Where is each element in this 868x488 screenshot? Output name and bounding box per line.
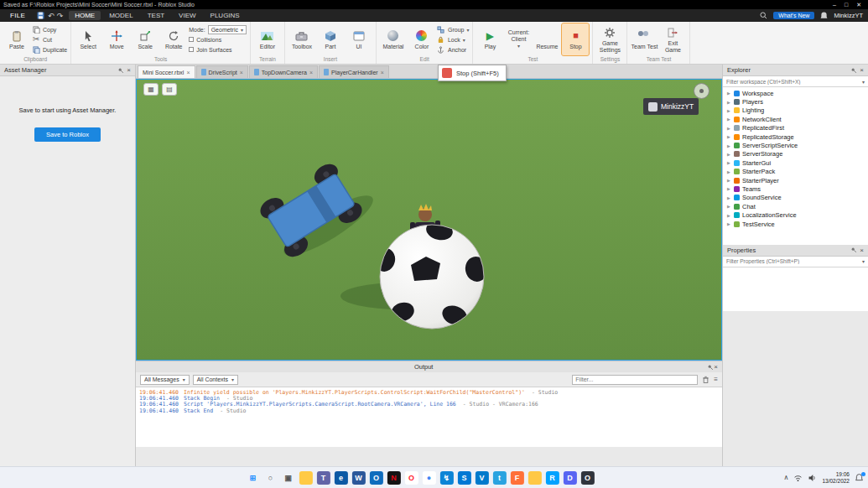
minimize-button[interactable]: – [833, 2, 836, 8]
save-to-roblox-button[interactable]: Save to Roblox [34, 127, 101, 142]
discord-icon[interactable]: D [563, 471, 576, 485]
word-icon[interactable]: W [351, 471, 365, 485]
explorer-tree-item[interactable]: ▶ StarterPack [723, 168, 868, 176]
properties-filter-input[interactable] [726, 258, 860, 264]
wifi-icon[interactable] [793, 474, 803, 482]
stop-button[interactable]: ■ Stop [562, 23, 589, 55]
resume-button[interactable]: Resume [533, 23, 560, 55]
explorer-filter-input[interactable] [726, 79, 860, 85]
expand-arrow-icon[interactable]: ▶ [726, 178, 731, 183]
lightning-icon[interactable]: ↯ [439, 471, 453, 485]
close-button[interactable]: ✕ [856, 2, 861, 8]
pin-icon[interactable] [707, 364, 714, 371]
explorer-tree-item[interactable]: ▶ Lighting [723, 106, 868, 115]
expand-arrow-icon[interactable]: ▶ [726, 152, 731, 157]
collisions-toggle[interactable]: Collisions [189, 35, 247, 44]
task-view-icon[interactable]: ▣ [281, 471, 294, 485]
notification-bell-icon[interactable] [819, 11, 829, 20]
undo-icon[interactable]: ↶ [48, 13, 55, 19]
explorer-tree[interactable]: ▶ Workspace ▶ Players ▶ Lighting [723, 87, 868, 245]
expand-arrow-icon[interactable]: ▶ [726, 91, 731, 96]
taskbar-clock[interactable]: 19:06 13/02/2022 [822, 471, 850, 484]
tab-test[interactable]: TEST [142, 11, 170, 20]
color-button[interactable]: Color [408, 23, 435, 55]
tab-view[interactable]: VIEW [173, 11, 201, 20]
ui-button[interactable]: UI [346, 23, 372, 55]
explorer-tree-item[interactable]: ▶ Teams [723, 184, 868, 193]
expand-arrow-icon[interactable]: ▶ [726, 134, 731, 139]
volume-icon[interactable] [808, 474, 817, 482]
tab-drivescript[interactable]: DriveScript × [196, 65, 248, 78]
expand-arrow-icon[interactable]: ▶ [726, 117, 731, 122]
search-icon[interactable]: ○ [263, 471, 277, 485]
scale-button[interactable]: Scale [132, 23, 159, 55]
select-button[interactable]: Select [75, 23, 101, 55]
netflix-icon[interactable]: N [387, 471, 400, 485]
tab-home[interactable]: HOME [69, 11, 101, 20]
explorer-tree-item[interactable]: ▶ ReplicatedFirst [723, 124, 868, 132]
search-icon[interactable] [759, 11, 768, 20]
edge-icon[interactable]: e [334, 471, 347, 485]
group-button[interactable]: Group ▾ [437, 25, 469, 34]
team-test-button[interactable]: Team Test [631, 23, 657, 55]
telegram-icon[interactable]: t [492, 471, 506, 485]
exit-game-button[interactable]: Exit Game [659, 23, 686, 55]
pin-icon[interactable] [117, 67, 124, 74]
copy-button[interactable]: Copy [32, 25, 67, 34]
close-icon[interactable]: × [127, 66, 131, 74]
rotate-button[interactable]: Rotate [160, 23, 187, 55]
explorer-tree-item[interactable]: ▶ ReplicatedStorage [723, 132, 868, 141]
output-filter-input[interactable] [572, 375, 698, 385]
explorer-tree-item[interactable]: ▶ ServerStorage [723, 150, 868, 158]
close-icon[interactable]: × [860, 247, 864, 254]
collisions-checkbox[interactable] [189, 37, 194, 42]
whats-new-badge[interactable]: What's New [773, 12, 814, 19]
part-button[interactable]: Part [317, 23, 344, 55]
opera-icon[interactable]: O [404, 471, 418, 485]
terrain-editor-button[interactable]: Editor [254, 23, 281, 55]
tab-plugins[interactable]: PLUGINS [205, 11, 246, 20]
explorer-tree-item[interactable]: ▶ Chat [723, 202, 868, 210]
toolbox-button[interactable]: Toolbox [288, 23, 315, 55]
game-settings-button[interactable]: Game Settings [596, 23, 623, 55]
vscode-icon[interactable]: V [475, 471, 488, 485]
mode-select[interactable]: Geometric ▾ [208, 25, 247, 34]
roblox-studio-icon[interactable]: R [545, 471, 559, 485]
menu-icon[interactable]: ≡ [714, 376, 718, 384]
expand-arrow-icon[interactable]: ▶ [726, 160, 731, 165]
obs-icon[interactable]: O [580, 471, 594, 485]
close-icon[interactable]: × [381, 70, 384, 75]
expand-arrow-icon[interactable]: ▶ [726, 143, 731, 148]
explorer-tree-item[interactable]: ▶ SoundService [723, 194, 868, 202]
file-menu[interactable]: FILE [5, 11, 30, 20]
viewport-tool-button-1[interactable]: ▦ [143, 83, 159, 96]
save-icon[interactable] [36, 11, 45, 20]
messages-filter-dropdown[interactable]: All Messages ▾ [140, 375, 190, 385]
close-icon[interactable]: × [240, 70, 243, 75]
close-icon[interactable]: × [714, 363, 718, 371]
output-log[interactable]: 19:06:41.460Infinite yield possible on '… [136, 387, 722, 447]
chrome-icon[interactable]: ● [422, 471, 435, 485]
contexts-filter-dropdown[interactable]: All Contexts ▾ [193, 375, 238, 385]
expand-arrow-icon[interactable]: ▶ [726, 126, 731, 131]
material-button[interactable]: Material [380, 23, 407, 55]
tray-chevron-up-icon[interactable]: ∧ [784, 474, 789, 481]
outlook-icon[interactable]: O [369, 471, 382, 485]
chevron-down-icon[interactable]: ▾ [862, 258, 865, 264]
expand-arrow-icon[interactable]: ▶ [726, 204, 731, 209]
tab-model[interactable]: MODEL [103, 11, 138, 20]
trash-icon[interactable] [701, 375, 710, 384]
expand-arrow-icon[interactable]: ▶ [726, 169, 731, 174]
folder-icon[interactable] [528, 471, 541, 485]
explorer-tree-item[interactable]: ▶ LocalizationService [723, 210, 868, 219]
close-icon[interactable]: × [309, 70, 313, 75]
explorer-tree-item[interactable]: ▶ TestService [723, 220, 868, 228]
expand-arrow-icon[interactable]: ▶ [726, 213, 731, 218]
play-button[interactable]: ▶ Play [476, 23, 503, 55]
pin-icon[interactable] [850, 67, 857, 74]
join-surfaces-toggle[interactable]: Join Surfaces [189, 45, 247, 55]
viewport-tool-button-2[interactable]: ▤ [162, 83, 177, 96]
expand-arrow-icon[interactable]: ▶ [726, 221, 731, 226]
file-explorer-icon[interactable] [299, 471, 312, 485]
tab-place[interactable]: Mini Soccer.rbxl × [138, 65, 195, 78]
